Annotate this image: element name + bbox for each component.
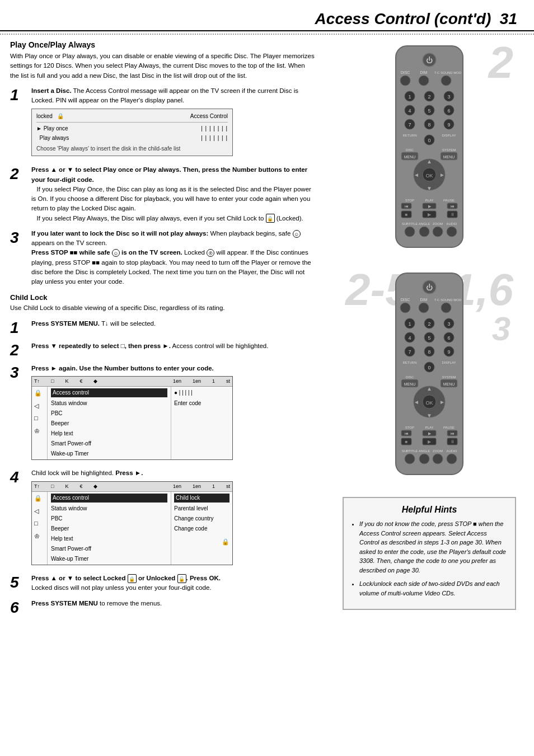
- child-step-2: 2 Press ▼ repeatedly to select □, then p…: [10, 341, 315, 358]
- mh-dia: ◆: [93, 378, 97, 386]
- svg-text:1: 1: [408, 94, 411, 100]
- svg-point-64: [419, 227, 429, 237]
- remote-bottom-wrapper: 2-5 1,6 3 ⏻ DISC DIM T·C SOUND MOD 1 2 3: [345, 267, 513, 491]
- svg-text:8: 8: [428, 122, 430, 128]
- step-1-bold: Insert a Disc.: [31, 87, 72, 94]
- svg-text:8: 8: [428, 349, 430, 355]
- stop-icon-2: ■: [92, 259, 100, 266]
- mh2-1: 1: [212, 483, 215, 491]
- svg-text:DISC: DISC: [406, 148, 414, 152]
- svg-text:⏮: ⏮: [405, 431, 409, 435]
- menu-header-1: T↑ □ K € ◆ 1en 1en 1 st: [32, 377, 232, 387]
- menu2-item-status: Status window: [51, 505, 167, 513]
- svg-point-8: [441, 76, 451, 86]
- svg-text:DISC: DISC: [401, 71, 410, 74]
- mh-k: K: [65, 378, 68, 386]
- svg-text:MENU: MENU: [404, 155, 416, 159]
- svg-point-131: [419, 454, 429, 464]
- child-step-5: 5 Press ▲ or ▼ to select Locked 🔒 or Unl…: [10, 574, 315, 593]
- child-lock-title: Child Lock: [10, 293, 315, 302]
- menu-right-2: Child lock Parental level Change country…: [171, 492, 232, 565]
- svg-text:AUDIO: AUDIO: [446, 449, 457, 453]
- svg-text:SYSTEM: SYSTEM: [442, 375, 456, 379]
- screen-note: Choose 'Play always' to insert the disk …: [36, 144, 228, 153]
- svg-text:1: 1: [408, 321, 411, 327]
- svg-text:DISPLAY: DISPLAY: [442, 361, 456, 364]
- svg-text:9: 9: [447, 122, 450, 128]
- menu-right-enter: Enter code: [174, 399, 229, 407]
- step-3: 3 If you later want to lock the Disc so …: [10, 229, 315, 287]
- svg-text:⏮: ⏮: [405, 204, 409, 208]
- svg-text:►: ►: [439, 399, 445, 405]
- svg-text:ZOOM: ZOOM: [433, 449, 443, 453]
- child-step-1-content: Press SYSTEM MENU. T↓ will be selected.: [31, 319, 315, 328]
- step-3-stop: Press STOP ■ while safe ☺ is on the TV s…: [31, 249, 182, 256]
- mh-1en2: 1en: [193, 378, 201, 386]
- child-step-4-num: 4: [10, 469, 28, 485]
- menu2-item-help: Help text: [51, 535, 167, 543]
- step-1: 1 Insert a Disc. The Access Control mess…: [10, 86, 315, 160]
- child-step-1-bold: Press SYSTEM MENU.: [31, 320, 100, 327]
- screen-header-right: Access Control: [190, 112, 228, 120]
- child-step-5-bold: Press ▲ or ▼ to select Locked 🔒 or Unloc…: [31, 575, 221, 581]
- svg-text:MENU: MENU: [443, 155, 455, 159]
- child-step-2-num: 2: [10, 342, 28, 358]
- svg-text:7: 7: [408, 349, 411, 355]
- step-2-bold: Press ▲ or ▼ to select Play once or Play…: [31, 166, 307, 182]
- stop-icon-1: ■: [70, 249, 78, 256]
- svg-text:MENU: MENU: [443, 382, 455, 386]
- svg-text:7: 7: [408, 122, 411, 128]
- page-title: Access Control (cont'd) 31: [17, 10, 517, 28]
- svg-text:▼: ▼: [427, 185, 432, 191]
- svg-text:⏻: ⏻: [426, 57, 433, 64]
- mh2-st: st: [226, 483, 230, 491]
- child-step-2-content: Press ▼ repeatedly to select □, then pre…: [31, 341, 315, 351]
- play-always-label: Play always: [36, 134, 69, 142]
- svg-text:⏸: ⏸: [450, 212, 455, 217]
- child-lock-body: Use Child Lock to disable viewing of a s…: [10, 303, 315, 313]
- icon2-lock: 🔒: [34, 494, 45, 503]
- menu-icons-1: 🔒 ◁ □ ♔: [32, 387, 48, 459]
- svg-text:▶: ▶: [428, 212, 432, 217]
- svg-point-74: [419, 303, 429, 313]
- mh2-k: K: [65, 483, 68, 491]
- menu-right-1: ● | | | | | Enter code: [171, 387, 232, 459]
- svg-text:⏸: ⏸: [450, 439, 455, 444]
- menu-item-help: Help text: [51, 430, 167, 438]
- mh-1: 1: [212, 378, 215, 386]
- step-2-content: Press ▲ or ▼ to select Play once or Play…: [31, 165, 315, 223]
- lock-icon-inline: 🔒: [266, 214, 275, 223]
- menu-mockup-2: T↑ □ K € ◆ 1en 1en 1 st 🔒 ◁: [31, 481, 233, 566]
- svg-text:PAUSE: PAUSE: [443, 426, 455, 429]
- svg-text:5: 5: [428, 335, 430, 341]
- icon-tri: ◁: [34, 401, 45, 411]
- unlocked-icon-5: 🔓: [177, 574, 186, 583]
- menu-icons-2: 🔒 ◁ □ ♔: [32, 492, 48, 565]
- play-once-label: ► Play once: [36, 124, 68, 133]
- menu-item-pbc: PBC: [51, 410, 167, 417]
- svg-text:⏭: ⏭: [451, 431, 455, 435]
- child-step-1: 1 Press SYSTEM MENU. T↓ will be selected…: [10, 319, 315, 336]
- screen-header: locked 🔒 Access Control: [36, 112, 228, 123]
- svg-text:4: 4: [408, 108, 411, 114]
- svg-point-132: [433, 454, 443, 464]
- child-step-6-num: 6: [10, 600, 28, 616]
- mh2-1en1: 1en: [173, 483, 181, 491]
- svg-point-75: [441, 303, 451, 313]
- screen-header-left: locked 🔒: [36, 112, 64, 120]
- svg-text:SUBTITLE: SUBTITLE: [402, 222, 418, 226]
- icon2-sq: □: [34, 519, 45, 528]
- hint-1: If you do not know the code, press STOP …: [359, 519, 507, 575]
- mh-sq: □: [51, 378, 54, 386]
- hint-2: Lock/unlock each side of two-sided DVDs …: [359, 579, 507, 598]
- menu2-item-access: Access control: [51, 494, 167, 503]
- child-step-6-content: Press SYSTEM MENU to remove the menus.: [31, 599, 315, 608]
- step-1-content: Insert a Disc. The Access Control messag…: [31, 86, 315, 160]
- svg-text:►: ►: [439, 172, 445, 178]
- left-column: Play Once/Play Always With Play once or …: [0, 40, 325, 621]
- svg-text:⏭: ⏭: [451, 204, 455, 208]
- svg-text:RETURN: RETURN: [403, 361, 417, 364]
- svg-text:■: ■: [405, 439, 408, 444]
- svg-text:AUDIO: AUDIO: [446, 222, 457, 226]
- svg-text:OK: OK: [425, 173, 433, 179]
